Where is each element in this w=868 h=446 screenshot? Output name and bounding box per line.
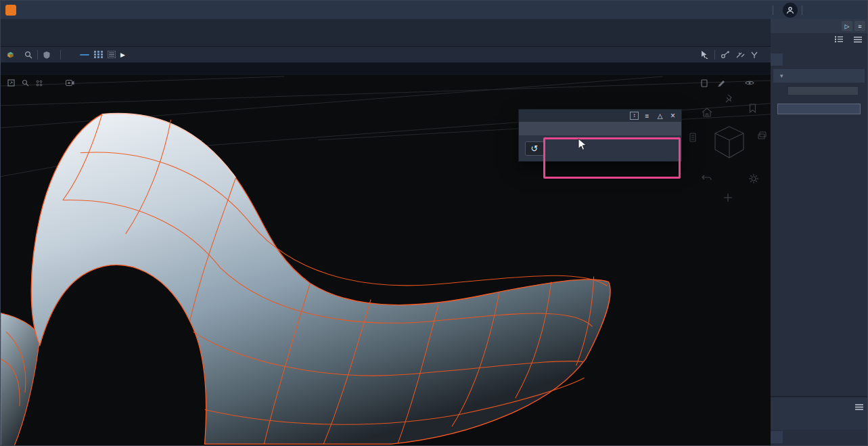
rel-toggle[interactable] — [80, 54, 89, 55]
shelf-menu-icon[interactable]: ≡ — [854, 21, 865, 31]
magnet-icon[interactable] — [750, 51, 760, 59]
view-settings-gear-icon[interactable] — [749, 174, 758, 183]
3d-viewport[interactable]: ↕ ≡ △ × ↺ — [1, 75, 771, 446]
object-lister-icon[interactable] — [688, 132, 698, 143]
cad-settings-group — [695, 50, 765, 60]
tool-options-bar: ▶ — [1, 47, 771, 63]
bevel-tool-icon — [6, 50, 15, 59]
panel-toolbar — [771, 33, 867, 47]
app-logo-icon[interactable] — [5, 5, 16, 16]
car-body-surface[interactable] — [1, 114, 610, 446]
options-separator — [37, 50, 38, 60]
abs-toggle[interactable] — [66, 54, 75, 55]
options-separator — [60, 50, 61, 60]
eye-icon[interactable] — [745, 80, 754, 86]
layout-grid-icon[interactable] — [36, 80, 43, 87]
link-icon[interactable] — [721, 51, 730, 59]
prompt-arrow-icon: ▶ — [120, 51, 125, 58]
tool-shelf — [1, 19, 771, 47]
picked-objects-row[interactable]: ▼ — [773, 69, 865, 83]
options-separator — [714, 50, 715, 60]
dialog-body — [519, 122, 681, 131]
search-icon[interactable] — [24, 51, 32, 59]
reset-button[interactable]: ↺ — [525, 141, 544, 156]
viewport-header — [1, 75, 771, 91]
dialog-dock-icon[interactable]: ↕ — [630, 112, 639, 120]
diagnostic-shade-grid — [771, 443, 867, 446]
shelf-play-icon[interactable]: ▷ — [842, 21, 852, 31]
view-navigation-cluster — [685, 90, 771, 205]
titlebar-separator — [802, 5, 802, 15]
right-panel: ▷ ≡ ▼ — [771, 19, 867, 446]
titlebar-right — [763, 3, 867, 18]
picked-objects-field[interactable] — [788, 86, 858, 95]
titlebar-separator — [773, 5, 773, 15]
bookmark-icon[interactable] — [749, 104, 756, 113]
control-panel-header — [771, 53, 867, 66]
dialog-footer: ↺ — [519, 135, 681, 161]
list-options-icon[interactable] — [108, 51, 116, 58]
viewport-search-icon[interactable] — [22, 79, 29, 87]
diagnostic-shade-title — [771, 431, 783, 443]
account-icon[interactable] — [783, 3, 798, 18]
panel-hamburger-icon[interactable] — [854, 36, 862, 44]
add-view-icon[interactable] — [723, 193, 733, 202]
view-cube[interactable] — [708, 121, 750, 163]
dialog-collapse-icon[interactable]: △ — [656, 112, 664, 120]
stages-icon — [43, 51, 51, 59]
control-panel-title — [771, 53, 783, 66]
application-window: ▶ — [0, 0, 868, 446]
markup-pen-icon[interactable] — [717, 79, 726, 87]
camera-icon[interactable] — [66, 80, 74, 86]
pick-cursor-icon[interactable] — [700, 50, 709, 59]
pin-icon[interactable] — [725, 94, 733, 104]
shelf-list-icon[interactable] — [835, 36, 843, 44]
quick-tools-shelf — [771, 396, 867, 430]
undo-view-icon[interactable] — [702, 174, 712, 181]
panel-shelf-tab-row: ▷ ≡ — [771, 19, 867, 33]
frame-icon[interactable] — [701, 79, 708, 87]
dialog-close-icon[interactable]: × — [668, 111, 677, 120]
layer-bar — [1, 63, 771, 75]
grid-options-icon[interactable] — [94, 51, 103, 58]
snap-icon[interactable] — [735, 51, 745, 59]
home-icon[interactable] — [702, 108, 712, 117]
dialog-menu-icon[interactable]: ≡ — [643, 112, 652, 120]
picked-dropdown-icon[interactable]: ▼ — [779, 73, 784, 79]
expand-view-icon[interactable] — [7, 79, 15, 87]
layers-icon[interactable] — [757, 131, 768, 140]
mouse-cursor — [578, 138, 588, 154]
clear-all-objects-button[interactable] — [777, 104, 861, 114]
shelf-hamburger-icon[interactable] — [855, 403, 863, 411]
subdiv-bevel-dialog: ↕ ≡ △ × ↺ — [518, 109, 682, 162]
title-bar — [1, 1, 867, 19]
diagnostic-shade-header — [771, 431, 867, 443]
dialog-title-bar[interactable]: ↕ ≡ △ × — [519, 110, 681, 122]
